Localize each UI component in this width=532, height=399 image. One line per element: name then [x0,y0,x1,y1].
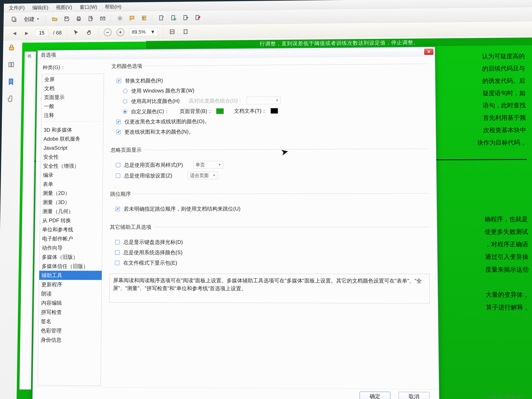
prev-page-button[interactable]: ◄ [11,30,18,37]
zoom-combo[interactable]: 89.5% ▼ [129,28,158,36]
svg-rect-18 [9,63,11,67]
category-item[interactable]: 3D 和多媒体 [41,125,103,134]
category-item[interactable]: 色彩管理 [38,326,101,335]
replace-colors-label: 替换文档颜色(R) [125,77,163,84]
show-pkg-checkbox[interactable] [115,260,119,265]
category-item[interactable]: 多媒体信任（旧版） [39,261,102,271]
sys-select-checkbox[interactable] [115,250,120,255]
categories-list[interactable]: 全屏文档页面显示一般注释3D 和多媒体Adobe 联机服务JavaScript安… [38,74,104,386]
menu-view[interactable]: 视图(V) [56,4,72,11]
section-title: 跳位顺序 [110,190,133,197]
pages-icon[interactable] [8,61,16,69]
page-add-icon[interactable] [157,14,165,22]
page-bg-swatch[interactable] [216,108,223,114]
close-icon[interactable]: ✕ [424,49,434,55]
category-item[interactable]: 单位和参考线 [40,225,102,234]
layout-combo-value: 单页 [196,162,205,168]
open-icon[interactable] [51,15,59,23]
category-item[interactable]: 安全性（增强） [41,161,103,171]
hand-tool-icon[interactable] [85,28,94,37]
always-layout-checkbox[interactable] [116,163,120,167]
category-item[interactable]: 表单 [40,179,103,189]
replace-colors-checkbox[interactable] [117,79,121,83]
menu-edit[interactable]: 编辑(E) [32,4,48,11]
ok-button[interactable]: 确定 [360,392,390,399]
show-pkg-label: 在文件模式下显示包(E) [123,259,177,266]
fit-width-icon[interactable] [168,27,176,36]
page-edit-icon[interactable] [193,13,202,22]
category-item[interactable]: 朗读 [39,289,101,298]
next-page-button[interactable]: ► [23,30,30,37]
category-item[interactable]: 动作向导 [40,243,102,253]
category-item[interactable]: 更新程序 [39,280,102,289]
page-number-input[interactable] [35,29,48,37]
category-item[interactable]: 全屏 [42,75,104,84]
fit-page-icon[interactable] [181,27,190,36]
use-hc-radio[interactable] [123,99,127,103]
doc-text: 的诱发代码。后 [482,77,525,84]
cancel-button[interactable]: 取消 [399,392,430,399]
create-button[interactable]: 创建 ▼ [22,15,42,23]
chevron-down-icon: ▼ [150,29,155,35]
layout-combo[interactable]: 单页▼ [193,161,223,169]
select-tool-icon[interactable] [72,29,80,37]
category-item[interactable]: 页面显示 [42,93,103,102]
category-item[interactable]: 身份信息 [38,335,101,345]
svg-rect-17 [9,47,13,50]
category-item[interactable]: 安全性 [41,152,103,161]
show-caret-checkbox[interactable] [115,240,120,244]
page-nav-icon[interactable] [169,13,177,22]
always-zoom-checkbox[interactable] [116,173,120,178]
print-icon[interactable] [75,14,83,23]
bookmark-icon[interactable] [7,78,16,86]
attachment-icon[interactable] [7,95,15,103]
category-item[interactable]: 编录 [41,170,103,179]
edit-doc-icon[interactable] [87,14,95,23]
zoom-in-button[interactable]: + [116,28,124,36]
category-item[interactable]: 测量（3D） [40,197,102,207]
category-item[interactable]: 测量（几何） [40,207,102,216]
page-extract-icon[interactable] [181,13,190,22]
category-item[interactable]: 测量（2D） [40,189,103,198]
change-line-checkbox[interactable] [116,130,120,134]
lock-icon[interactable] [8,44,16,52]
tab-order-checkbox[interactable] [115,207,120,211]
only-black-checkbox[interactable] [116,120,121,124]
zoom-value: 89.5% [132,29,146,35]
category-item[interactable]: 辅助工具 [39,271,102,280]
doc-text: 首先利用基于频 [483,114,526,121]
category-item[interactable]: 签名 [38,317,101,326]
category-item[interactable]: Adobe 联机服务 [41,134,103,144]
watermark: CSDN @沉默树树叶 [483,393,526,399]
page-bg-label: 页面背景(B)： [179,108,212,115]
category-item[interactable]: 拼写检查 [39,307,101,317]
menu-window[interactable]: 窗口(W) [80,4,97,10]
category-item[interactable]: 一般 [42,101,103,111]
menu-file[interactable]: 文件(F) [9,5,25,11]
highlight-icon[interactable]: T [140,14,148,22]
use-hc-label: 使用高对比度颜色(H) [131,97,180,105]
category-item[interactable]: 多媒体（旧版） [39,252,102,262]
category-item[interactable]: 从 PDF 转换 [40,216,102,225]
gear-icon[interactable] [116,14,124,22]
category-item[interactable]: 文档 [42,83,104,93]
category-item[interactable]: 电子邮件帐户 [40,234,102,243]
zoomset-combo[interactable]: 适合页面▼ [188,171,218,179]
bookmarks-tab[interactable]: 书 [25,51,36,61]
category-item[interactable]: JavaScript [41,143,103,152]
category-item[interactable]: 注释 [41,110,103,120]
app-window: 文件(F) 编辑(E) 视图(V) 窗口(W) 帮助(H) 创建 ▼ T [0,0,532,399]
doc-text: 次检查基本块中 [483,127,526,133]
use-windows-radio[interactable] [123,89,127,93]
svg-rect-1 [65,17,67,18]
doc-text-swatch[interactable] [271,108,278,114]
category-item[interactable]: 内容编辑 [39,298,101,308]
custom-color-radio[interactable] [123,109,127,114]
mail-icon[interactable] [99,14,107,22]
zoom-out-button[interactable]: − [104,28,112,36]
menu-help[interactable]: 帮助(H) [105,4,121,10]
doc-text: 确程序，也就是 [484,215,528,222]
comment-icon[interactable] [128,14,136,22]
save-icon[interactable] [63,15,71,23]
convert-icon[interactable] [10,15,18,23]
